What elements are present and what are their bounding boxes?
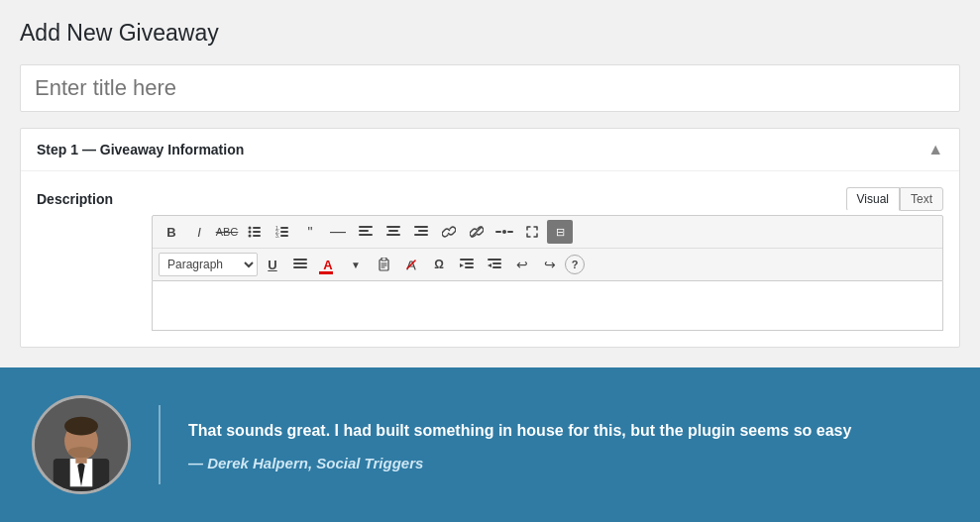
underline-button[interactable]: U (260, 253, 285, 276)
svg-rect-29 (381, 258, 386, 261)
svg-rect-20 (414, 234, 428, 236)
color-picker-button[interactable]: ▼ (343, 253, 369, 276)
svg-rect-41 (492, 266, 501, 268)
svg-point-4 (249, 235, 252, 238)
avatar-wrap (32, 395, 131, 494)
tab-text[interactable]: Text (900, 187, 943, 211)
svg-rect-16 (388, 230, 398, 232)
ordered-list-button[interactable]: 1.2.3. (270, 220, 295, 244)
editor-content[interactable] (152, 281, 943, 331)
svg-rect-26 (293, 262, 307, 264)
link-button[interactable] (436, 220, 462, 244)
title-input-wrap (20, 64, 960, 112)
svg-point-24 (502, 230, 506, 234)
svg-rect-7 (280, 227, 288, 229)
clear-format-button[interactable] (398, 253, 424, 276)
svg-rect-27 (293, 266, 307, 268)
description-label: Description (37, 187, 136, 331)
step-panel: Step 1 — Giveaway Information ▲ Descript… (20, 128, 960, 348)
svg-rect-25 (293, 259, 307, 261)
svg-marker-42 (488, 263, 491, 267)
svg-text:3.: 3. (275, 233, 279, 239)
description-row: Description Visual Text B I ABC (21, 171, 959, 347)
unlink-button[interactable] (464, 220, 490, 244)
text-color-button[interactable]: A (315, 253, 341, 276)
svg-rect-40 (492, 262, 501, 264)
svg-line-21 (472, 227, 482, 237)
svg-marker-38 (460, 263, 464, 267)
help-button[interactable]: ? (565, 255, 585, 274)
svg-rect-39 (488, 259, 501, 261)
align-left-button[interactable] (353, 220, 379, 244)
step-header: Step 1 — Giveaway Information ▲ (21, 129, 959, 171)
title-input[interactable] (21, 65, 959, 111)
fullscreen-button[interactable] (519, 220, 545, 244)
svg-point-50 (68, 447, 94, 458)
svg-rect-11 (280, 235, 288, 237)
svg-rect-17 (386, 234, 400, 236)
svg-rect-12 (359, 226, 373, 228)
svg-point-0 (249, 227, 252, 230)
svg-rect-19 (418, 230, 428, 232)
testimonial-divider (159, 405, 161, 484)
svg-rect-23 (507, 231, 513, 233)
align-center-button[interactable] (381, 220, 406, 244)
svg-rect-3 (253, 231, 261, 233)
editor-wrap: Visual Text B I ABC 1.2.3. (152, 187, 943, 331)
unordered-list-button[interactable] (242, 220, 268, 244)
redo-button[interactable]: ↪ (537, 253, 563, 276)
svg-point-49 (64, 417, 98, 436)
undo-button[interactable]: ↩ (509, 253, 535, 276)
svg-rect-1 (253, 227, 261, 229)
step-title: Step 1 — Giveaway Information (37, 142, 244, 157)
svg-point-2 (249, 231, 252, 234)
italic-button[interactable]: I (186, 220, 212, 244)
svg-rect-36 (465, 262, 474, 264)
paste-text-button[interactable] (371, 253, 396, 276)
justify-button[interactable] (287, 253, 313, 276)
bold-button[interactable]: B (159, 220, 184, 244)
svg-rect-35 (460, 259, 474, 261)
svg-rect-15 (386, 226, 400, 228)
svg-rect-13 (359, 230, 369, 232)
svg-rect-18 (414, 226, 428, 228)
admin-area: Add New Giveaway Step 1 — Giveaway Infor… (0, 0, 980, 367)
testimonial-attribution: — Derek Halpern, Social Triggers (188, 455, 851, 471)
testimonial-section: That sounds great. I had built something… (0, 367, 980, 522)
indent-button[interactable] (482, 253, 507, 276)
page-title: Add New Giveaway (20, 20, 960, 47)
svg-rect-5 (253, 235, 261, 237)
svg-rect-22 (495, 231, 501, 233)
svg-rect-14 (359, 234, 373, 236)
special-char-button[interactable]: Ω (426, 253, 452, 276)
avatar (32, 395, 131, 494)
testimonial-text-wrap: That sounds great. I had built something… (188, 419, 851, 471)
align-right-button[interactable] (408, 220, 434, 244)
tab-visual[interactable]: Visual (846, 187, 900, 211)
svg-rect-9 (280, 231, 288, 233)
toolbar-toggle-button[interactable]: ⊟ (547, 220, 573, 244)
editor-tabs: Visual Text (152, 187, 943, 211)
outdent-button[interactable] (454, 253, 480, 276)
testimonial-quote: That sounds great. I had built something… (188, 419, 851, 443)
collapse-arrow-icon[interactable]: ▲ (927, 141, 943, 158)
svg-rect-37 (465, 266, 474, 268)
hr-button[interactable]: — (325, 220, 351, 244)
editor-toolbar: B I ABC 1.2.3. " — (152, 215, 943, 281)
toolbar-row-2: Paragraph Heading 1 Heading 2 Heading 3 … (153, 249, 942, 280)
blockquote-button[interactable]: " (297, 220, 323, 244)
toolbar-row-1: B I ABC 1.2.3. " — (153, 216, 942, 249)
strikethrough-button[interactable]: ABC (214, 220, 240, 244)
insert-more-button[interactable] (491, 220, 517, 244)
paragraph-select[interactable]: Paragraph Heading 1 Heading 2 Heading 3 … (159, 253, 258, 276)
